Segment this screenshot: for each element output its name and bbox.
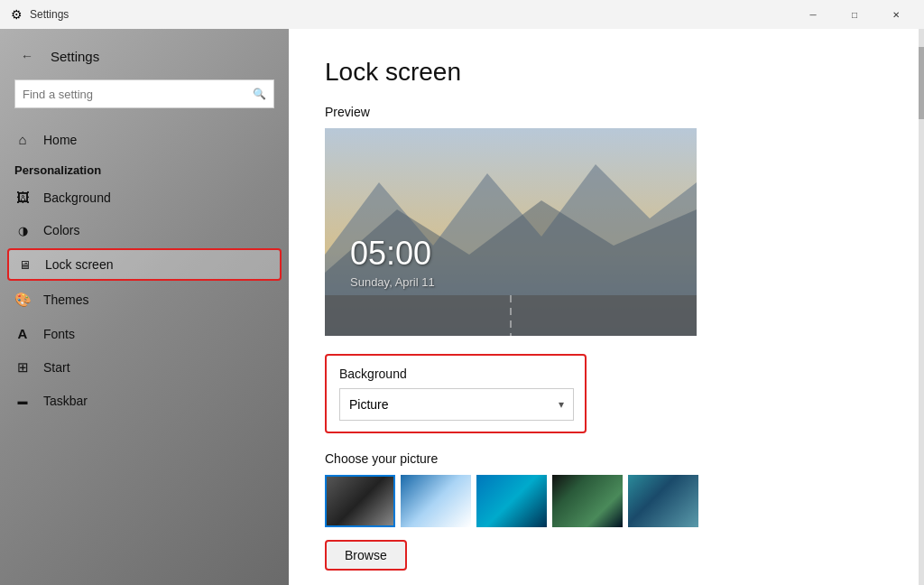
main-layout: ← Settings 🔍 ⌂ Home Personalization 🖼 Ba… [0, 29, 924, 585]
themes-icon: 🎨 [14, 292, 31, 308]
sidebar-app-title: Settings [51, 49, 99, 64]
picture-row [325, 475, 888, 527]
sidebar-item-fonts[interactable]: A Fonts [0, 317, 289, 350]
sidebar-section-label: Personalization [0, 156, 289, 181]
scrollbar[interactable] [919, 29, 924, 585]
search-icon: 🔍 [253, 88, 266, 100]
preview-background [325, 128, 697, 336]
search-input[interactable] [23, 88, 253, 101]
background-dropdown[interactable]: Picture ▾ [339, 388, 574, 421]
taskbar-icon: ▬ [14, 395, 31, 406]
fonts-icon: A [14, 326, 31, 341]
back-button[interactable]: ← [14, 43, 40, 69]
sidebar-item-label-background: Background [43, 190, 111, 205]
maximize-button[interactable]: □ [834, 0, 875, 29]
sidebar-item-label-lock-screen: Lock screen [45, 257, 113, 272]
background-section: Background Picture ▾ [325, 354, 587, 433]
search-box[interactable]: 🔍 [14, 79, 274, 108]
sidebar-item-lock-screen[interactable]: 🖥 Lock screen [7, 248, 282, 281]
background-icon: 🖼 [14, 190, 31, 205]
start-icon: ⊞ [14, 359, 31, 376]
preview-time: 05:00 [350, 235, 431, 273]
sidebar-item-taskbar[interactable]: ▬ Taskbar [0, 385, 289, 417]
sidebar-item-label-colors: Colors [43, 223, 79, 237]
choose-picture-label: Choose your picture [325, 451, 888, 466]
sidebar: ← Settings 🔍 ⌂ Home Personalization 🖼 Ba… [0, 29, 289, 585]
lock-screen-preview: 05:00 Sunday, April 11 [325, 128, 697, 336]
home-icon: ⌂ [14, 132, 31, 147]
mountain-background [325, 128, 697, 336]
picture-thumb-4[interactable] [552, 475, 623, 527]
picture-thumb-3[interactable] [476, 475, 547, 527]
sidebar-header: ← Settings [0, 29, 289, 79]
sidebar-item-label-themes: Themes [43, 292, 89, 307]
dropdown-value: Picture [349, 397, 389, 412]
sidebar-item-background[interactable]: 🖼 Background [0, 181, 289, 214]
sidebar-item-home[interactable]: ⌂ Home [0, 123, 289, 156]
sidebar-item-start[interactable]: ⊞ Start [0, 350, 289, 385]
minimize-button[interactable]: ─ [792, 0, 834, 29]
sidebar-item-colors[interactable]: ◑ Colors [0, 214, 289, 246]
preview-date: Sunday, April 11 [350, 275, 435, 289]
background-label: Background [339, 367, 572, 381]
close-button[interactable]: ✕ [875, 0, 917, 29]
picture-thumb-2[interactable] [401, 475, 471, 527]
preview-label: Preview [325, 105, 888, 119]
sidebar-item-label-taskbar: Taskbar [43, 394, 88, 408]
sidebar-item-label-start: Start [43, 360, 70, 375]
page-title: Lock screen [325, 58, 888, 87]
content-area: Lock screen Preview [289, 29, 924, 585]
colors-icon: ◑ [14, 224, 31, 237]
titlebar-left: ⚙ Settings [11, 7, 69, 22]
lock-screen-icon: 🖥 [16, 258, 32, 272]
sidebar-item-themes[interactable]: 🎨 Themes [0, 283, 289, 317]
sidebar-item-label-fonts: Fonts [43, 327, 75, 341]
picture-thumb-5[interactable] [628, 475, 698, 527]
chevron-down-icon: ▾ [559, 398, 564, 411]
picture-thumb-1[interactable] [325, 475, 395, 527]
titlebar-title: Settings [30, 8, 69, 21]
settings-window: ⚙ Settings ─ □ ✕ ← Settings 🔍 ⌂ Home [0, 0, 924, 585]
app-icon: ⚙ [11, 7, 23, 22]
sidebar-item-label-home: Home [43, 133, 77, 147]
titlebar: ⚙ Settings ─ □ ✕ [0, 0, 924, 29]
titlebar-controls: ─ □ ✕ [792, 0, 917, 29]
scrollbar-thumb[interactable] [919, 47, 924, 119]
browse-button[interactable]: Browse [325, 540, 407, 571]
